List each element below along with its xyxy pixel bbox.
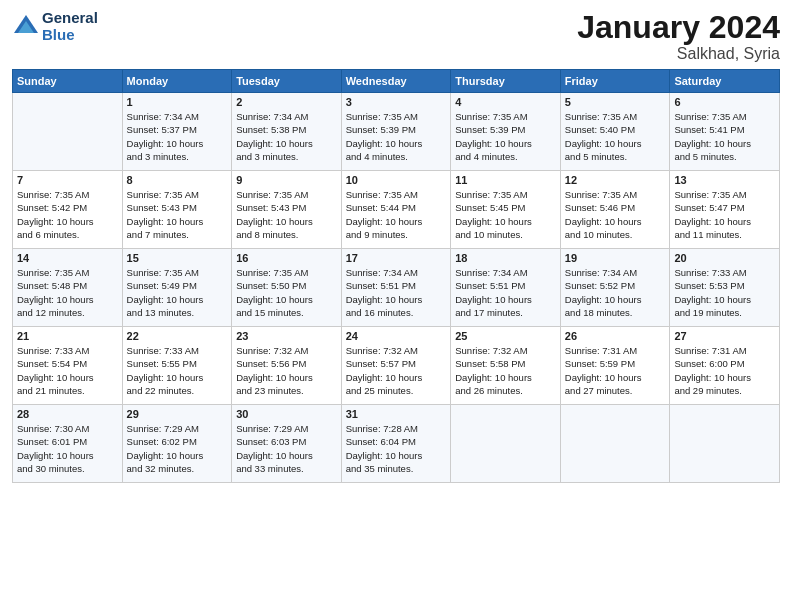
day-number: 25 (455, 330, 556, 342)
day-number: 5 (565, 96, 666, 108)
day-number: 9 (236, 174, 337, 186)
cell-line: Sunset: 5:51 PM (455, 279, 556, 292)
cell-line: Sunrise: 7:30 AM (17, 422, 118, 435)
cell-line: Sunrise: 7:34 AM (236, 110, 337, 123)
day-number: 1 (127, 96, 228, 108)
calendar-cell: 20Sunrise: 7:33 AMSunset: 5:53 PMDayligh… (670, 249, 780, 327)
cell-line: and 16 minutes. (346, 306, 447, 319)
cell-line: Daylight: 10 hours (236, 293, 337, 306)
cell-line: and 5 minutes. (674, 150, 775, 163)
day-number: 10 (346, 174, 447, 186)
cell-line: Daylight: 10 hours (236, 137, 337, 150)
cell-content: Sunrise: 7:35 AMSunset: 5:49 PMDaylight:… (127, 266, 228, 319)
cell-line: Daylight: 10 hours (674, 371, 775, 384)
day-number: 29 (127, 408, 228, 420)
cell-line: Daylight: 10 hours (455, 137, 556, 150)
day-number: 16 (236, 252, 337, 264)
day-number: 17 (346, 252, 447, 264)
cell-line: and 21 minutes. (17, 384, 118, 397)
cell-line: Sunrise: 7:35 AM (236, 188, 337, 201)
cell-line: and 35 minutes. (346, 462, 447, 475)
calendar-cell: 8Sunrise: 7:35 AMSunset: 5:43 PMDaylight… (122, 171, 232, 249)
cell-content: Sunrise: 7:35 AMSunset: 5:39 PMDaylight:… (346, 110, 447, 163)
cell-line: and 3 minutes. (127, 150, 228, 163)
cell-content: Sunrise: 7:33 AMSunset: 5:55 PMDaylight:… (127, 344, 228, 397)
day-number: 8 (127, 174, 228, 186)
cell-line: Daylight: 10 hours (127, 215, 228, 228)
col-sunday: Sunday (13, 70, 123, 93)
col-saturday: Saturday (670, 70, 780, 93)
cell-line: and 4 minutes. (346, 150, 447, 163)
cell-content: Sunrise: 7:32 AMSunset: 5:58 PMDaylight:… (455, 344, 556, 397)
cell-line: and 27 minutes. (565, 384, 666, 397)
cell-line: and 29 minutes. (674, 384, 775, 397)
cell-line: Sunset: 5:38 PM (236, 123, 337, 136)
calendar-cell: 28Sunrise: 7:30 AMSunset: 6:01 PMDayligh… (13, 405, 123, 483)
cell-line: and 23 minutes. (236, 384, 337, 397)
cell-line: Sunrise: 7:35 AM (346, 188, 447, 201)
cell-line: Sunrise: 7:35 AM (565, 110, 666, 123)
cell-line: Daylight: 10 hours (17, 215, 118, 228)
calendar-week-1: 1Sunrise: 7:34 AMSunset: 5:37 PMDaylight… (13, 93, 780, 171)
cell-line: and 33 minutes. (236, 462, 337, 475)
calendar-cell: 31Sunrise: 7:28 AMSunset: 6:04 PMDayligh… (341, 405, 451, 483)
cell-line: Daylight: 10 hours (17, 371, 118, 384)
cell-line: Sunrise: 7:35 AM (346, 110, 447, 123)
calendar-cell: 9Sunrise: 7:35 AMSunset: 5:43 PMDaylight… (232, 171, 342, 249)
cell-content: Sunrise: 7:34 AMSunset: 5:52 PMDaylight:… (565, 266, 666, 319)
cell-content: Sunrise: 7:29 AMSunset: 6:03 PMDaylight:… (236, 422, 337, 475)
cell-content: Sunrise: 7:35 AMSunset: 5:45 PMDaylight:… (455, 188, 556, 241)
day-number: 15 (127, 252, 228, 264)
cell-line: Sunrise: 7:33 AM (674, 266, 775, 279)
calendar-cell: 18Sunrise: 7:34 AMSunset: 5:51 PMDayligh… (451, 249, 561, 327)
calendar-cell: 30Sunrise: 7:29 AMSunset: 6:03 PMDayligh… (232, 405, 342, 483)
cell-line: Sunset: 5:54 PM (17, 357, 118, 370)
cell-line: and 17 minutes. (455, 306, 556, 319)
cell-line: and 4 minutes. (455, 150, 556, 163)
col-friday: Friday (560, 70, 670, 93)
day-number: 13 (674, 174, 775, 186)
cell-line: Sunrise: 7:35 AM (674, 110, 775, 123)
calendar-week-2: 7Sunrise: 7:35 AMSunset: 5:42 PMDaylight… (13, 171, 780, 249)
cell-line: and 26 minutes. (455, 384, 556, 397)
calendar-cell: 17Sunrise: 7:34 AMSunset: 5:51 PMDayligh… (341, 249, 451, 327)
cell-content: Sunrise: 7:35 AMSunset: 5:44 PMDaylight:… (346, 188, 447, 241)
cell-line: and 12 minutes. (17, 306, 118, 319)
day-number: 21 (17, 330, 118, 342)
cell-line: Sunrise: 7:28 AM (346, 422, 447, 435)
cell-line: Sunset: 5:56 PM (236, 357, 337, 370)
day-number: 24 (346, 330, 447, 342)
calendar-cell (451, 405, 561, 483)
calendar-cell: 2Sunrise: 7:34 AMSunset: 5:38 PMDaylight… (232, 93, 342, 171)
calendar-cell: 11Sunrise: 7:35 AMSunset: 5:45 PMDayligh… (451, 171, 561, 249)
cell-line: Daylight: 10 hours (127, 371, 228, 384)
cell-line: Sunset: 5:43 PM (236, 201, 337, 214)
calendar-week-3: 14Sunrise: 7:35 AMSunset: 5:48 PMDayligh… (13, 249, 780, 327)
col-thursday: Thursday (451, 70, 561, 93)
cell-line: Sunrise: 7:29 AM (236, 422, 337, 435)
month-year: January 2024 (577, 10, 780, 45)
cell-content: Sunrise: 7:31 AMSunset: 5:59 PMDaylight:… (565, 344, 666, 397)
cell-line: Sunset: 6:03 PM (236, 435, 337, 448)
cell-content: Sunrise: 7:35 AMSunset: 5:42 PMDaylight:… (17, 188, 118, 241)
calendar-header-row: Sunday Monday Tuesday Wednesday Thursday… (13, 70, 780, 93)
calendar-cell: 13Sunrise: 7:35 AMSunset: 5:47 PMDayligh… (670, 171, 780, 249)
cell-line: Sunrise: 7:32 AM (346, 344, 447, 357)
calendar-cell: 12Sunrise: 7:35 AMSunset: 5:46 PMDayligh… (560, 171, 670, 249)
cell-line: Sunset: 6:04 PM (346, 435, 447, 448)
cell-content: Sunrise: 7:34 AMSunset: 5:51 PMDaylight:… (346, 266, 447, 319)
cell-content: Sunrise: 7:35 AMSunset: 5:40 PMDaylight:… (565, 110, 666, 163)
cell-line: Sunrise: 7:35 AM (17, 188, 118, 201)
cell-line: and 32 minutes. (127, 462, 228, 475)
cell-line: Daylight: 10 hours (346, 293, 447, 306)
cell-line: Daylight: 10 hours (17, 449, 118, 462)
cell-line: Daylight: 10 hours (455, 215, 556, 228)
cell-content: Sunrise: 7:33 AMSunset: 5:53 PMDaylight:… (674, 266, 775, 319)
cell-line: and 9 minutes. (346, 228, 447, 241)
cell-content: Sunrise: 7:28 AMSunset: 6:04 PMDaylight:… (346, 422, 447, 475)
cell-line: Daylight: 10 hours (455, 371, 556, 384)
day-number: 3 (346, 96, 447, 108)
cell-line: Sunrise: 7:29 AM (127, 422, 228, 435)
cell-line: and 19 minutes. (674, 306, 775, 319)
calendar-cell: 25Sunrise: 7:32 AMSunset: 5:58 PMDayligh… (451, 327, 561, 405)
